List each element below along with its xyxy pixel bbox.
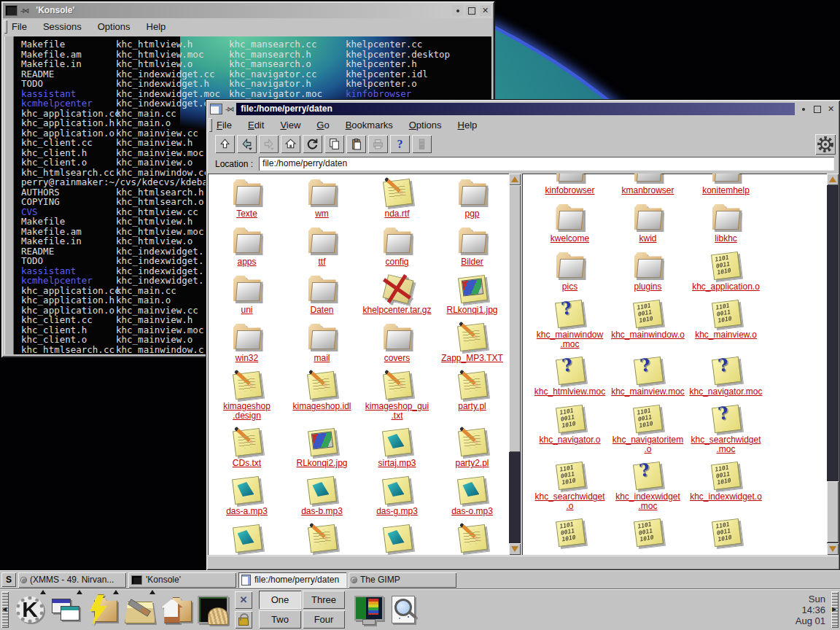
file-item[interactable]: kimageshop.idl [292, 370, 351, 421]
file-item[interactable]: kimageshop .design [223, 370, 271, 421]
menu-edit[interactable]: Edit [248, 120, 264, 131]
konsole-titlebar[interactable]: -⋈ 'Konsole' ✕ [3, 3, 493, 18]
file-item[interactable] [231, 524, 263, 555]
scroll-up-button[interactable] [827, 174, 839, 185]
panel-hide-handle-left[interactable]: ◀ [1, 591, 9, 628]
menu-help[interactable]: Help [458, 120, 478, 131]
disk-navigator-button[interactable] [85, 591, 121, 628]
file-item[interactable]: 1101 0011 1010khc_searchwidget .o [534, 461, 604, 511]
file-item[interactable]: Bilder [456, 226, 489, 268]
file-item[interactable]: 1101 0011 1010khc_application.o [692, 251, 760, 292]
file-item[interactable]: konitemhelp [702, 174, 750, 196]
left-pane-scrollbar[interactable] [509, 174, 521, 555]
file-item[interactable] [306, 524, 338, 555]
file-item[interactable] [456, 524, 489, 555]
logout-button[interactable]: ✕ [235, 591, 252, 609]
file-item[interactable]: das-g.mp3 [376, 475, 418, 517]
file-item[interactable]: ttf [306, 226, 338, 268]
close-button[interactable]: ✕ [825, 104, 836, 114]
pager-desktop-four[interactable]: Four [303, 610, 345, 629]
menu-options[interactable]: Options [409, 120, 442, 131]
file-item[interactable]: kwelcome [551, 203, 589, 244]
task-button[interactable]: The GIMP [349, 572, 456, 588]
file-item[interactable]: 1101 0011 1010khc_navigatoritem .o [612, 404, 683, 454]
file-item[interactable]: mail [306, 322, 338, 364]
kfm-window-icon[interactable] [210, 104, 222, 114]
home-button[interactable] [158, 591, 194, 628]
file-item[interactable]: CDs.txt [231, 427, 263, 469]
right-pane-scrollbar[interactable] [827, 174, 839, 555]
menu-sessions[interactable]: Sessions [43, 21, 82, 32]
file-item[interactable]: kwid [632, 203, 664, 244]
file-item[interactable]: das-a.mp3 [226, 475, 268, 517]
file-item[interactable]: Zapp_MP3.TXT [441, 322, 503, 364]
file-item[interactable]: ?khc_mainview.moc [611, 356, 685, 397]
close-button[interactable]: ✕ [480, 5, 491, 16]
file-item[interactable]: ?khc_searchwidget .moc [691, 404, 761, 454]
home-button[interactable] [281, 135, 300, 153]
right-pane[interactable]: kinfobrowserkmanbrowserkonitemhelpkwelco… [522, 174, 839, 555]
file-item[interactable]: nda.rtf [381, 178, 413, 219]
sticky-pin-icon[interactable]: -⋈ [225, 105, 233, 113]
menu-file[interactable]: File [12, 21, 27, 32]
file-item[interactable]: 1101 0011 1010khc_mainview.o [695, 299, 757, 349]
file-item[interactable]: wm [306, 178, 338, 219]
file-item[interactable]: 1101 0011 1010 [632, 518, 664, 555]
file-item[interactable]: win32 [231, 322, 263, 364]
file-item[interactable]: kmanbrowser [621, 174, 674, 196]
file-item[interactable]: 1101 0011 1010khc_mainwindow.o [611, 299, 685, 349]
file-item[interactable]: uni [231, 274, 263, 316]
file-item[interactable]: das-o.mp3 [451, 475, 493, 517]
menu-file[interactable]: File [217, 120, 232, 131]
maximize-button[interactable] [466, 5, 477, 16]
pager-desktop-two[interactable]: Two [259, 610, 301, 629]
file-item[interactable]: apps [231, 226, 263, 268]
toolbox-button[interactable] [121, 591, 158, 628]
konsole-launcher-button[interactable] [194, 591, 230, 628]
file-item[interactable]: kinfobrowser [545, 174, 594, 196]
copy-button[interactable] [324, 135, 344, 153]
file-item[interactable]: 1101 0011 1010khc_navigator.o [539, 404, 600, 454]
k-menu-button[interactable]: K [12, 591, 48, 628]
taskbar-s-button[interactable]: S [1, 572, 16, 587]
task-button[interactable]: 'Konsole' [128, 572, 236, 588]
menu-options[interactable]: Options [98, 21, 131, 32]
back-button[interactable] [237, 135, 257, 153]
menu-view[interactable]: View [280, 120, 300, 131]
pager-desktop-one[interactable]: One [259, 591, 301, 609]
scrollbar-thumb[interactable] [509, 185, 521, 452]
sticky-pin-icon[interactable]: -⋈ [20, 7, 28, 15]
location-input[interactable]: file:/home/perry/daten [259, 157, 834, 171]
help-button[interactable]: ? [390, 135, 410, 153]
menu-help[interactable]: Help [147, 21, 166, 32]
lock-button[interactable] [235, 611, 252, 629]
file-item[interactable]: 1101 0011 1010 [554, 518, 586, 555]
file-item[interactable]: covers [381, 322, 413, 364]
file-item[interactable]: plugins [632, 251, 664, 292]
window-list-button[interactable] [48, 591, 85, 628]
file-item[interactable]: Daten [306, 274, 338, 316]
minimize-button[interactable] [798, 104, 809, 114]
task-button[interactable]: (XMMS - 49. Nirvan... [18, 572, 126, 588]
reload-button[interactable] [303, 135, 322, 153]
file-item[interactable]: pgp [456, 178, 489, 219]
file-item[interactable]: 1101 0011 1010 [710, 518, 742, 555]
file-item[interactable]: ?khc_mainwindow .moc [537, 299, 603, 349]
file-item[interactable]: Texte [231, 178, 263, 219]
file-item[interactable]: 1101 0011 1010khc_indexwidget.o [690, 461, 762, 511]
file-item[interactable]: kimageshop_gui .txt [365, 370, 429, 421]
task-button[interactable]: file:/home/perry/daten [238, 572, 346, 588]
file-item[interactable]: party2.pl [455, 427, 489, 469]
file-item[interactable]: libkhc [710, 203, 742, 244]
panel-hide-handle-right[interactable]: ▶ [831, 591, 839, 628]
file-item[interactable]: RLkonqi1.jpg [446, 274, 497, 316]
file-item[interactable]: das-b.mp3 [301, 475, 343, 517]
file-item[interactable]: party.pl [456, 370, 489, 421]
maximize-button[interactable] [812, 104, 822, 114]
menubar-grip[interactable] [209, 118, 212, 132]
left-pane[interactable]: Textewmnda.rtfpgpappsttfconfigBilderuniD… [208, 174, 522, 555]
file-item[interactable]: khelpcenter.tar.gz [362, 274, 431, 316]
menu-bookmarks[interactable]: Bookmarks [346, 120, 393, 131]
scroll-up-button[interactable] [509, 174, 521, 185]
display-button[interactable] [350, 591, 386, 628]
